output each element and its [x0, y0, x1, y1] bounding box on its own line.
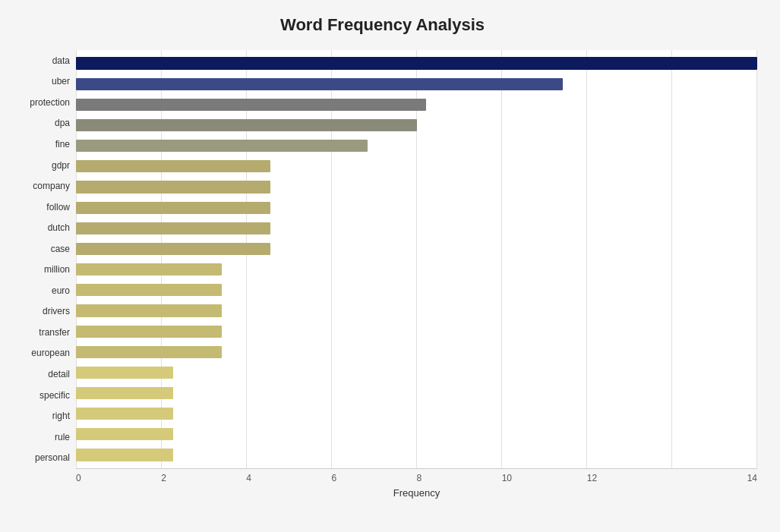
bar [76, 326, 222, 338]
bar [76, 449, 173, 461]
y-label: dpa [8, 118, 70, 127]
bar [76, 181, 270, 193]
bar-row [76, 53, 757, 74]
bar [76, 428, 173, 440]
bar-row [76, 115, 757, 135]
bar [76, 57, 757, 69]
y-label: specific [8, 391, 70, 400]
bar-row [76, 342, 757, 362]
x-axis: 02468101214 [76, 468, 757, 483]
bar-row [76, 260, 757, 280]
x-tick: 10 [502, 473, 587, 483]
bar [76, 387, 173, 399]
y-label: uber [8, 77, 70, 86]
y-label: right [8, 411, 70, 420]
y-label: european [8, 348, 70, 357]
bar-row [76, 136, 757, 156]
bar-row [76, 156, 757, 177]
bar [76, 243, 270, 255]
bar [76, 140, 368, 152]
x-tick: 4 [246, 473, 331, 483]
bar [76, 408, 173, 420]
y-label: drivers [8, 307, 70, 316]
chart-area: datauberprotectiondpafinegdprcompanyfoll… [8, 50, 757, 468]
y-axis-labels: datauberprotectiondpafinegdprcompanyfoll… [8, 50, 76, 468]
bar [76, 284, 222, 296]
grid-and-bars [76, 50, 757, 468]
y-label: dutch [8, 223, 70, 232]
y-label: euro [8, 286, 70, 295]
bar-row [76, 218, 757, 238]
bar-row [76, 445, 757, 465]
bar-row [76, 280, 757, 301]
bars-wrapper [76, 50, 757, 468]
x-axis-wrapper: 02468101214 Frequency [76, 468, 757, 499]
bar-row [76, 301, 757, 321]
y-label: personal [8, 453, 70, 462]
bar [76, 222, 270, 235]
x-tick: 6 [331, 473, 416, 483]
y-label: protection [8, 98, 70, 107]
y-label: fine [8, 140, 70, 149]
y-label: million [8, 265, 70, 274]
chart-container: Word Frequency Analysis datauberprotecti… [0, 0, 780, 532]
bars-and-grid [76, 50, 757, 468]
bar [76, 160, 270, 172]
x-tick: 0 [76, 473, 161, 483]
bar [76, 202, 270, 214]
y-label: company [8, 181, 70, 190]
bar-row [76, 362, 757, 382]
bar-row [76, 197, 757, 218]
bar-row [76, 321, 757, 342]
bar [76, 304, 222, 316]
x-tick: 14 [672, 473, 757, 483]
bar [76, 99, 426, 111]
x-tick: 12 [587, 473, 672, 483]
bar [76, 263, 222, 275]
x-tick: 8 [417, 473, 502, 483]
chart-title: Word Frequency Analysis [8, 15, 757, 35]
x-tick: 2 [161, 473, 246, 483]
bar [76, 78, 563, 90]
y-label: data [8, 56, 70, 65]
bar-row [76, 238, 757, 259]
bar-row [76, 177, 757, 197]
bar [76, 346, 222, 358]
bar-row [76, 424, 757, 445]
y-label: rule [8, 433, 70, 442]
y-label: follow [8, 203, 70, 212]
y-label: transfer [8, 328, 70, 337]
bar [76, 367, 173, 379]
y-label: case [8, 244, 70, 253]
x-axis-label: Frequency [76, 487, 757, 499]
bar-row [76, 74, 757, 94]
bar-row [76, 404, 757, 424]
bar [76, 119, 417, 131]
y-label: gdpr [8, 161, 70, 170]
y-label: detail [8, 370, 70, 379]
bar-row [76, 94, 757, 115]
bar-row [76, 383, 757, 404]
